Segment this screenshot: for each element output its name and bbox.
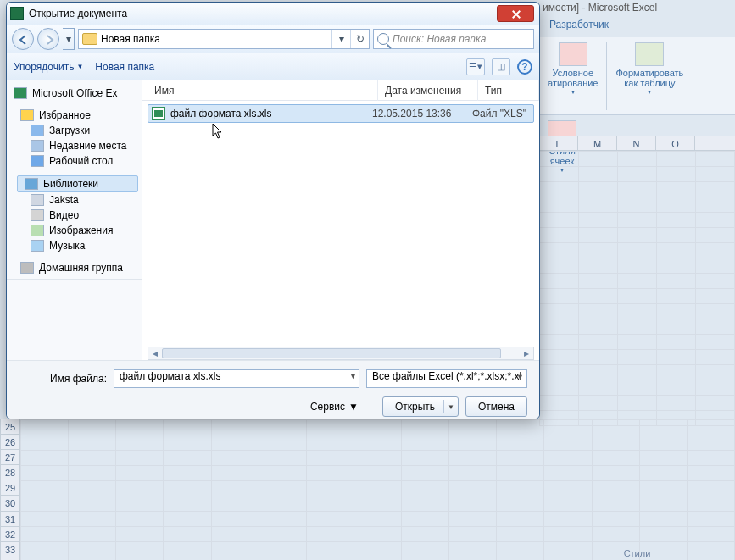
search-icon: [377, 33, 389, 45]
row-header[interactable]: 32: [0, 527, 20, 542]
sidebar-item-pictures[interactable]: Изображения: [14, 223, 142, 238]
file-name: файл формата xls.xls: [170, 108, 372, 119]
view-mode-button[interactable]: ☰▾: [466, 58, 485, 75]
chevron-down-icon[interactable]: ▼: [349, 372, 357, 380]
sidebar-item-homegroup[interactable]: Домашняя группа: [14, 260, 142, 275]
nav-toolbar: ▾ Новая папка ▾ ↻ Поиск: Новая папка: [7, 25, 539, 53]
chevron-down-icon: ▾: [548, 88, 598, 96]
filename-label: Имя файла:: [19, 373, 107, 385]
homegroup-icon: [20, 262, 34, 274]
format-table-icon: [635, 42, 664, 66]
chevron-down-icon[interactable]: ▼: [516, 373, 524, 381]
open-button[interactable]: Открыть▼: [382, 396, 459, 417]
excel-app-icon: [10, 7, 24, 20]
row-header[interactable]: 30: [0, 496, 20, 511]
desktop-icon: [31, 155, 44, 167]
col-header[interactable]: O: [656, 136, 695, 150]
dialog-title: Открытие документа: [29, 8, 497, 19]
sidebar-item-desktop[interactable]: Рабочий стол: [14, 153, 142, 169]
folder-icon: [82, 33, 97, 45]
row-header[interactable]: 29: [0, 480, 20, 496]
refresh-button[interactable]: ↻: [350, 30, 369, 48]
col-name[interactable]: Имя: [148, 80, 378, 101]
col-header[interactable]: N: [617, 136, 656, 150]
file-date: 12.05.2015 13:36: [372, 108, 472, 119]
excel-file-icon: [152, 107, 165, 120]
ribbon-tab-developer[interactable]: Разработчик: [549, 19, 609, 30]
preview-pane-button[interactable]: ◫: [492, 58, 510, 75]
worksheet-grid-lower[interactable]: [20, 419, 735, 560]
row-header[interactable]: 33: [0, 542, 20, 557]
organize-menu[interactable]: Упорядочить▼: [14, 61, 83, 73]
file-type: Файл "XLS": [472, 108, 533, 119]
search-input[interactable]: Поиск: Новая папка: [373, 29, 534, 49]
scroll-right-button[interactable]: ▸: [520, 347, 533, 359]
col-date[interactable]: Дата изменения: [378, 80, 478, 101]
file-open-dialog: Открытие документа ▾ Новая папка ▾ ↻ Пои…: [6, 2, 540, 419]
mouse-cursor-icon: [212, 123, 224, 140]
dialog-toolbar: Упорядочить▼ Новая папка ☰▾ ◫ ?: [7, 53, 539, 80]
dialog-titlebar[interactable]: Открытие документа: [7, 3, 539, 25]
sidebar-item-music[interactable]: Музыка: [14, 238, 142, 253]
ribbon: Условное атирование ▾ Форматировать как …: [539, 37, 735, 115]
row-header[interactable]: 25: [0, 419, 20, 435]
dialog-footer: Имя файла: файл формата xls.xls ▼ Все фа…: [7, 360, 539, 419]
horizontal-scrollbar[interactable]: ◂ ▸: [148, 347, 534, 360]
music-icon: [31, 240, 44, 252]
download-icon: [31, 125, 44, 136]
row-header[interactable]: 26: [0, 435, 20, 450]
ribbon-tab-row: Разработчик: [543, 19, 727, 37]
nav-back-button[interactable]: [12, 28, 34, 50]
breadcrumb-item[interactable]: Новая папка: [101, 33, 160, 45]
chevron-down-icon: ▾: [615, 88, 683, 96]
file-list: Имя Дата изменения Тип файл формата xls.…: [142, 80, 539, 360]
ribbon-conditional-formatting[interactable]: Условное атирование ▾: [539, 37, 606, 115]
conditional-formatting-icon: [559, 42, 587, 66]
row-header[interactable]: 31: [0, 512, 20, 527]
row-headers[interactable]: 25262728293031323334: [0, 419, 20, 560]
excel-title: имости] - Microsoft Excel: [543, 2, 727, 19]
library-icon: [25, 178, 38, 190]
breadcrumb-dropdown[interactable]: ▾: [331, 30, 350, 48]
file-type-filter[interactable]: Все файлы Excel (*.xl*;*.xlsx;*.xl ▼: [366, 369, 527, 388]
tools-menu[interactable]: Сервис▼: [310, 401, 359, 413]
help-button[interactable]: ?: [517, 59, 532, 75]
sidebar-item-downloads[interactable]: Загрузки: [14, 123, 142, 138]
column-headers[interactable]: L M N O: [539, 136, 735, 151]
nav-forward-button[interactable]: [37, 28, 59, 50]
sidebar-item-jaksta[interactable]: Jaksta: [14, 192, 142, 208]
scroll-thumb[interactable]: [162, 348, 501, 358]
cancel-button[interactable]: Отмена: [465, 396, 527, 417]
nav-sidebar: Microsoft Office Ex Избранное Загрузки Н…: [7, 80, 142, 360]
picture-icon: [31, 225, 44, 236]
scroll-left-button[interactable]: ◂: [148, 347, 162, 359]
sidebar-item-office[interactable]: Microsoft Office Ex: [7, 86, 142, 101]
nav-history-dropdown[interactable]: ▾: [63, 28, 75, 50]
row-header[interactable]: 27: [0, 450, 20, 465]
close-button[interactable]: [497, 5, 534, 22]
sidebar-item-favorites[interactable]: Избранное: [14, 108, 142, 123]
sidebar-item-video[interactable]: Видео: [14, 208, 142, 223]
breadcrumb-path[interactable]: Новая папка ▾ ↻: [78, 29, 370, 49]
col-header[interactable]: L: [539, 136, 578, 150]
recent-icon: [31, 140, 44, 152]
filename-input[interactable]: файл формата xls.xls ▼: [114, 369, 359, 388]
sidebar-item-recent[interactable]: Недавние места: [14, 138, 142, 153]
search-placeholder: Поиск: Новая папка: [393, 33, 486, 45]
row-header[interactable]: 28: [0, 465, 20, 480]
col-type[interactable]: Тип: [478, 80, 539, 101]
sidebar-item-libraries[interactable]: Библиотеки: [17, 175, 138, 192]
file-list-header: Имя Дата изменения Тип: [142, 80, 539, 101]
ribbon-format-as-table[interactable]: Форматировать как таблицу ▾: [607, 37, 692, 115]
folder-icon: [31, 194, 44, 206]
new-folder-button[interactable]: Новая папка: [95, 61, 154, 73]
col-header[interactable]: M: [578, 136, 617, 150]
file-row-selected[interactable]: файл формата xls.xls 12.05.2015 13:36 Фа…: [148, 104, 534, 123]
video-icon: [31, 209, 44, 221]
star-icon: [20, 109, 34, 121]
